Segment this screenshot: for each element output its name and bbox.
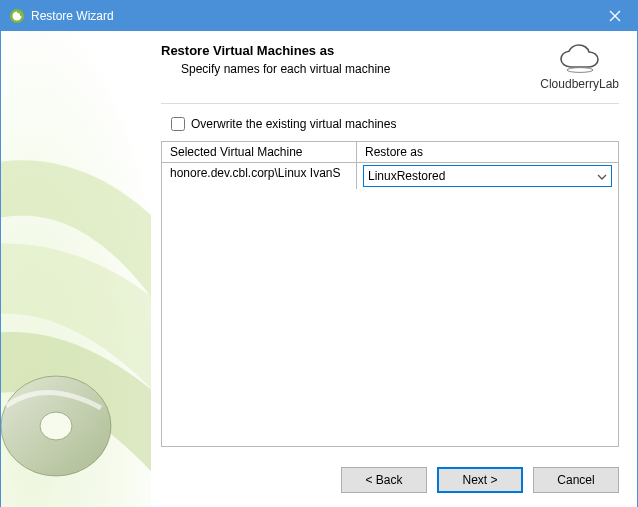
overwrite-label: Overwrite the existing virtual machines: [191, 117, 396, 131]
brand-block: CloudberryLab: [540, 43, 619, 103]
svg-rect-5: [1, 31, 151, 507]
cell-selected-vm[interactable]: honore.dev.cbl.corp\Linux IvanS: [162, 163, 357, 189]
header-separator: [161, 103, 619, 104]
vm-mapping-grid: Selected Virtual Machine Restore as hono…: [161, 141, 619, 447]
cancel-button[interactable]: Cancel: [533, 467, 619, 493]
restore-as-value: LinuxRestored: [368, 169, 445, 183]
col-selected-vm[interactable]: Selected Virtual Machine: [162, 142, 357, 162]
cloud-icon: [555, 43, 605, 75]
sidebar-decoration: [1, 31, 151, 507]
svg-point-8: [40, 412, 72, 440]
titlebar[interactable]: Restore Wizard: [1, 1, 637, 31]
svg-point-7: [1, 376, 111, 476]
wizard-button-bar: < Back Next > Cancel: [341, 467, 619, 493]
restore-as-combobox[interactable]: LinuxRestored: [363, 165, 612, 187]
app-icon: [9, 8, 25, 24]
restore-wizard-window: Restore Wizard: [0, 0, 638, 507]
svg-point-6: [1, 376, 111, 476]
next-button[interactable]: Next >: [437, 467, 523, 493]
grid-header: Selected Virtual Machine Restore as: [162, 142, 618, 163]
wizard-body: Restore Virtual Machines as Specify name…: [1, 31, 637, 507]
overwrite-checkbox-row[interactable]: Overwrite the existing virtual machines: [171, 117, 396, 131]
overwrite-checkbox[interactable]: [171, 117, 185, 131]
window-title: Restore Wizard: [31, 9, 592, 23]
brand-name: CloudberryLab: [540, 77, 619, 91]
page-subheading: Specify names for each virtual machine: [181, 62, 540, 76]
svg-point-9: [40, 412, 72, 440]
table-row: honore.dev.cbl.corp\Linux IvanS LinuxRes…: [162, 163, 618, 189]
page-heading: Restore Virtual Machines as: [161, 43, 540, 58]
svg-point-10: [567, 68, 593, 73]
back-button[interactable]: < Back: [341, 467, 427, 493]
chevron-down-icon: [597, 169, 607, 183]
close-icon: [609, 10, 621, 22]
col-restore-as[interactable]: Restore as: [357, 142, 618, 162]
close-button[interactable]: [592, 1, 637, 31]
